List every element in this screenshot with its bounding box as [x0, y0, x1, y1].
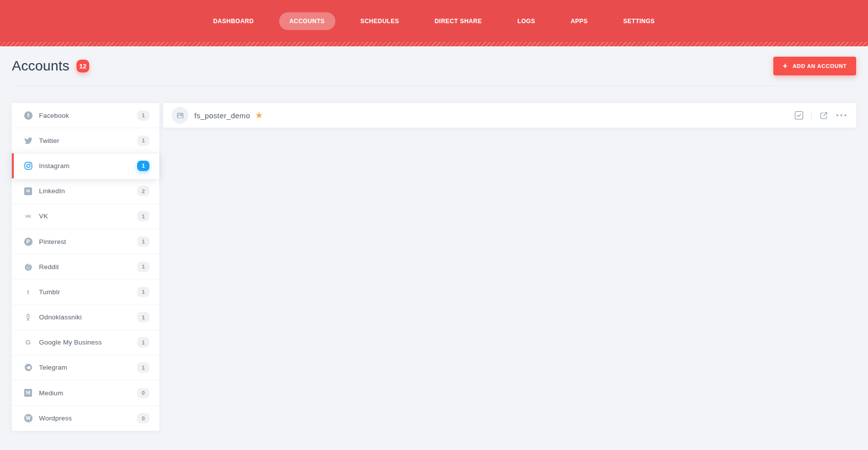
sidebar-item-pinterest[interactable]: P Pinterest 1: [12, 229, 159, 254]
network-count-badge: 1: [137, 211, 149, 221]
sidebar-item-medium[interactable]: M Medium 0: [12, 381, 159, 406]
sidebar-item-google-my-business[interactable]: G Google My Business 1: [12, 330, 159, 355]
sidebar-item-twitter[interactable]: Twitter 1: [12, 128, 159, 153]
sidebar-item-vk[interactable]: VK VK 1: [12, 204, 159, 229]
select-account-checkbox[interactable]: [795, 111, 803, 120]
sidebar-item-reddit[interactable]: Reddit 1: [12, 254, 159, 279]
tumblr-icon: t: [24, 289, 33, 295]
sidebar-item-label: Medium: [39, 389, 63, 397]
network-count-badge: 1: [137, 237, 149, 247]
medium-icon: M: [24, 389, 33, 397]
nav-item-direct-share[interactable]: DIRECT SHARE: [424, 12, 492, 30]
row-actions: [795, 111, 847, 120]
account-row: fs_poster_demo ★: [163, 103, 856, 128]
sidebar-item-label: Tumblr: [39, 288, 60, 296]
twitter-icon: [24, 137, 33, 145]
sidebar-item-label: Telegram: [39, 364, 67, 371]
nav-item-dashboard[interactable]: DASHBOARD: [203, 12, 264, 30]
sidebar-item-label: Google My Business: [39, 339, 102, 346]
favorite-star-icon[interactable]: ★: [255, 111, 263, 120]
sidebar-item-label: Facebook: [39, 112, 69, 119]
pinterest-icon: P: [24, 238, 33, 246]
sidebar-item-linkedin[interactable]: in LinkedIn 2: [12, 179, 159, 204]
network-count-badge: 2: [137, 186, 149, 196]
nav-item-accounts[interactable]: ACCOUNTS: [279, 12, 335, 30]
nav-stripe-pattern: [0, 42, 868, 46]
divider: [811, 111, 812, 119]
sidebar-item-label: LinkedIn: [39, 187, 65, 195]
wordpress-icon: W: [24, 414, 33, 422]
page-title: Accounts: [12, 58, 70, 74]
reddit-icon: [24, 263, 33, 271]
network-count-badge: 1: [137, 136, 149, 146]
external-link-icon[interactable]: [820, 111, 828, 120]
sidebar-item-wordpress[interactable]: W Wordpress 0: [12, 406, 159, 431]
sidebar-item-label: Wordpress: [39, 415, 72, 422]
account-avatar: [172, 107, 188, 124]
network-count-badge: 1: [137, 110, 149, 121]
account-name: fs_poster_demo: [194, 111, 250, 120]
accounts-panel: fs_poster_demo ★: [163, 103, 856, 128]
telegram-icon: [24, 363, 33, 372]
nav-item-settings[interactable]: SETTINGS: [613, 12, 665, 30]
page-header: Accounts 12 + ADD AN ACCOUNT: [12, 46, 856, 86]
networks-sidebar: f Facebook 1 Twitter 1 Instagram 1 in Li…: [12, 103, 159, 431]
network-count-badge: 0: [137, 388, 149, 398]
add-account-label: ADD AN ACCOUNT: [793, 63, 847, 69]
sidebar-item-odnoklassniki[interactable]: Odnoklassniki 1: [12, 305, 159, 330]
linkedin-icon: in: [24, 187, 33, 195]
sidebar-item-label: Pinterest: [39, 238, 66, 245]
sidebar-item-label: Twitter: [39, 137, 59, 144]
network-count-badge: 0: [137, 413, 149, 423]
network-count-badge: 1: [137, 312, 149, 322]
more-actions-button[interactable]: [836, 114, 847, 117]
accounts-count-badge: 12: [76, 60, 89, 72]
sidebar-item-facebook[interactable]: f Facebook 1: [12, 103, 159, 128]
content-area: f Facebook 1 Twitter 1 Instagram 1 in Li…: [12, 103, 856, 431]
plus-icon: +: [783, 62, 788, 70]
nav-item-schedules[interactable]: SCHEDULES: [350, 12, 410, 30]
sidebar-item-label: VK: [39, 212, 48, 220]
title-wrap: Accounts 12: [12, 58, 89, 74]
add-account-button[interactable]: + ADD AN ACCOUNT: [773, 57, 856, 75]
sidebar-item-label: Instagram: [39, 162, 70, 170]
app-root: DASHBOARDACCOUNTSSCHEDULESDIRECT SHARELO…: [0, 0, 868, 431]
sidebar-item-telegram[interactable]: Telegram 1: [12, 355, 159, 381]
sidebar-item-label: Odnoklassniki: [39, 313, 82, 321]
sidebar-item-instagram[interactable]: Instagram 1: [12, 153, 159, 178]
ellipsis-icon: [836, 114, 847, 117]
nav-item-logs[interactable]: LOGS: [507, 12, 545, 30]
network-count-badge: 1: [137, 337, 149, 347]
nav-item-apps[interactable]: APPS: [560, 12, 598, 30]
network-count-badge: 1: [137, 161, 149, 171]
facebook-icon: f: [24, 111, 33, 120]
google-icon: G: [24, 339, 33, 346]
network-count-badge: 1: [137, 287, 149, 297]
network-count-badge: 1: [137, 262, 149, 272]
network-count-badge: 1: [137, 362, 149, 373]
top-nav: DASHBOARDACCOUNTSSCHEDULESDIRECT SHARELO…: [0, 0, 868, 46]
odnoklassniki-icon: [24, 313, 33, 321]
sidebar-item-label: Reddit: [39, 263, 59, 271]
sidebar-item-tumblr[interactable]: t Tumblr 1: [12, 279, 159, 305]
instagram-icon: [24, 162, 33, 170]
image-placeholder-icon: [176, 111, 184, 120]
vk-icon: VK: [24, 214, 33, 219]
